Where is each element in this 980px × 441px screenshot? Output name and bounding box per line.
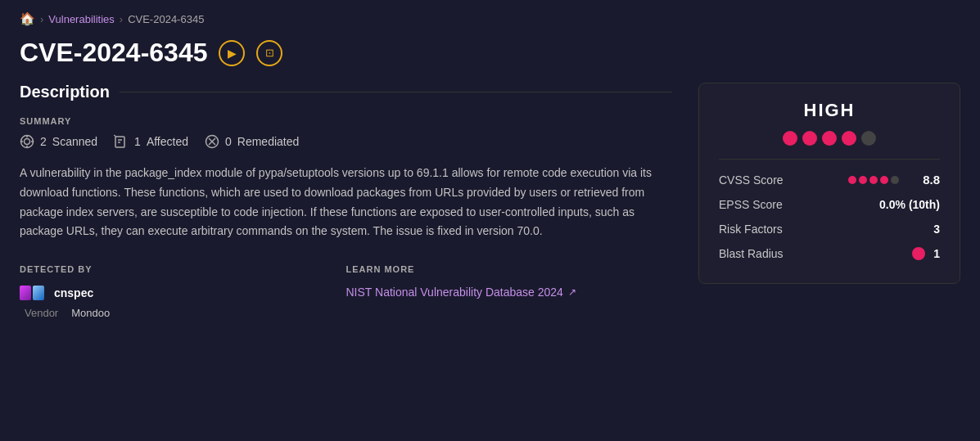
epss-value: 0.0% (10th) bbox=[879, 198, 940, 211]
content-layout: Description SUMMARY 2 bbox=[0, 83, 980, 319]
sev-dot-5 bbox=[861, 131, 876, 146]
scanned-count: 2 bbox=[40, 135, 47, 148]
cvss-label: CVSS Score bbox=[719, 173, 784, 187]
severity-dots bbox=[719, 131, 940, 146]
risk-label: Risk Factors bbox=[719, 223, 783, 236]
detected-section: DETECTED BY cnspec Vendor Mondoo bbox=[20, 264, 346, 319]
remediated-stat: 0 Remediated bbox=[205, 134, 299, 149]
cnspec-logo bbox=[20, 286, 46, 300]
nist-link-text: NIST National Vulnerability Database 202… bbox=[346, 286, 563, 299]
cnspec-row: cnspec bbox=[20, 286, 346, 300]
remediated-label: Remediated bbox=[237, 135, 300, 148]
vendor-label: Vendor bbox=[25, 307, 58, 319]
detected-learn-row: DETECTED BY cnspec Vendor Mondoo LEARN M… bbox=[20, 264, 672, 319]
breadcrumb-sep-2: › bbox=[120, 13, 123, 25]
blast-dot bbox=[912, 247, 925, 260]
description-body: A vulnerability in the package_index mod… bbox=[20, 164, 672, 241]
blast-label: Blast Radius bbox=[719, 247, 784, 260]
cvss-dot-2 bbox=[859, 176, 867, 184]
affected-label: Affected bbox=[147, 135, 188, 148]
page-title: CVE-2024-6345 bbox=[20, 38, 207, 68]
blast-row: Blast Radius 1 bbox=[719, 247, 940, 260]
detected-label: DETECTED BY bbox=[20, 264, 346, 274]
cvss-dot-5 bbox=[891, 176, 899, 184]
summary-label: SUMMARY bbox=[20, 116, 672, 126]
risk-value: 3 bbox=[933, 223, 940, 236]
risk-right: 3 bbox=[933, 223, 940, 236]
description-title: Description bbox=[20, 83, 110, 101]
remediated-count: 0 bbox=[225, 135, 232, 148]
cvss-dot-1 bbox=[848, 176, 856, 184]
breadcrumb-sep-1: › bbox=[40, 13, 43, 25]
affected-icon bbox=[114, 134, 129, 149]
cnspec-logo-bar1 bbox=[20, 286, 31, 300]
learn-label: LEARN MORE bbox=[346, 264, 673, 274]
summary-stats: 2 Scanned 1 Affected bbox=[20, 134, 672, 149]
nist-link[interactable]: NIST National Vulnerability Database 202… bbox=[346, 286, 673, 299]
monitor-icon: ⊡ bbox=[265, 47, 274, 59]
epss-right: 0.0% (10th) bbox=[879, 198, 940, 211]
title-row: CVE-2024-6345 ▶ ⊡ bbox=[0, 34, 980, 83]
severity-label: HIGH bbox=[719, 100, 940, 121]
severity-box: HIGH CVSS Score bbox=[698, 83, 960, 284]
cvss-dots bbox=[848, 176, 899, 184]
breadcrumb-current: CVE-2024-6345 bbox=[128, 13, 204, 25]
blast-right: 1 bbox=[912, 247, 940, 260]
epss-label: EPSS Score bbox=[719, 198, 783, 211]
cvss-value: 8.8 bbox=[907, 173, 940, 187]
cvss-dot-3 bbox=[869, 176, 878, 184]
svg-line-9 bbox=[114, 135, 116, 137]
vendor-value: Mondoo bbox=[71, 307, 110, 319]
blast-value: 1 bbox=[933, 247, 940, 260]
remediated-icon bbox=[205, 134, 219, 149]
external-link-icon: ↗ bbox=[568, 286, 576, 298]
sev-dot-4 bbox=[842, 131, 856, 146]
breadcrumb: 🏠 › Vulnerabilities › CVE-2024-6345 bbox=[0, 0, 980, 34]
cvss-right: 8.8 bbox=[848, 173, 940, 187]
risk-row: Risk Factors 3 bbox=[719, 223, 940, 236]
learn-section: LEARN MORE NIST National Vulnerability D… bbox=[346, 264, 673, 319]
scanned-label: Scanned bbox=[52, 135, 97, 148]
severity-divider bbox=[719, 159, 940, 160]
play-button[interactable]: ▶ bbox=[219, 40, 245, 66]
cnspec-name: cnspec bbox=[54, 286, 93, 299]
left-panel: Description SUMMARY 2 bbox=[20, 83, 672, 319]
monitor-button[interactable]: ⊡ bbox=[256, 40, 282, 66]
section-divider bbox=[120, 92, 672, 92]
play-icon: ▶ bbox=[228, 47, 237, 60]
scanned-stat: 2 Scanned bbox=[20, 134, 97, 149]
affected-stat: 1 Affected bbox=[114, 134, 188, 149]
home-icon[interactable]: 🏠 bbox=[20, 11, 35, 26]
svg-point-1 bbox=[25, 139, 30, 145]
cnspec-logo-bar2 bbox=[33, 286, 44, 300]
right-panel: HIGH CVSS Score bbox=[698, 83, 960, 319]
breadcrumb-vulnerabilities[interactable]: Vulnerabilities bbox=[48, 13, 114, 25]
cvss-dot-4 bbox=[880, 176, 888, 184]
epss-row: EPSS Score 0.0% (10th) bbox=[719, 198, 940, 211]
scanned-icon bbox=[20, 134, 34, 149]
affected-count: 1 bbox=[134, 135, 141, 148]
sev-dot-1 bbox=[783, 131, 797, 146]
vendor-row: Vendor Mondoo bbox=[20, 307, 346, 319]
sev-dot-2 bbox=[802, 131, 817, 146]
cvss-row: CVSS Score 8.8 bbox=[719, 173, 940, 187]
sev-dot-3 bbox=[822, 131, 837, 146]
description-header: Description bbox=[20, 83, 672, 101]
